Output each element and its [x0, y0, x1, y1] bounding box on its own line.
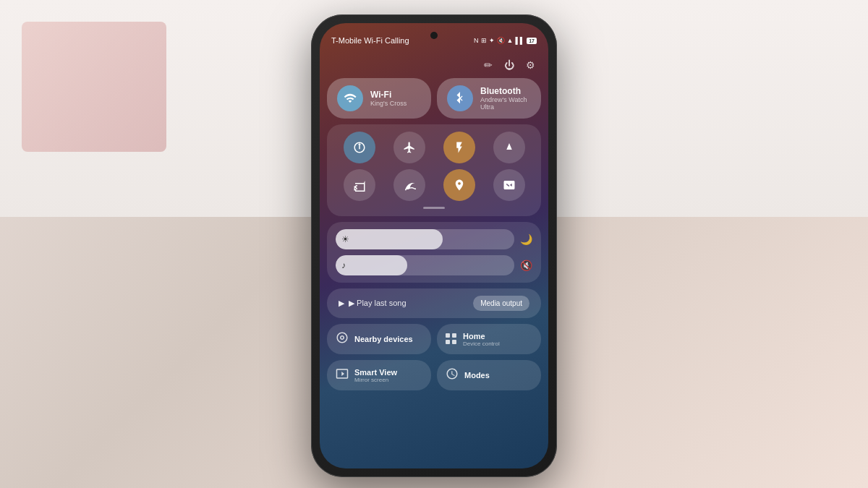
music-icon: ♪	[341, 260, 346, 270]
wifi-icon-circle	[337, 85, 363, 111]
quick-row-2	[334, 169, 534, 201]
play-last-song[interactable]: ▶ ▶ Play last song	[339, 299, 407, 308]
home-title: Home	[463, 332, 500, 341]
smart-view-title: Smart View	[354, 368, 397, 377]
modes-tile[interactable]: Modes	[437, 360, 541, 390]
modes-icon	[446, 367, 459, 383]
play-label: ▶ Play last song	[349, 299, 407, 308]
mute-vol-icon[interactable]: 🔇	[520, 260, 532, 271]
pink-box-prop	[22, 22, 166, 152]
drag-handle	[423, 207, 445, 209]
sun-icon: ☀	[341, 234, 349, 244]
bt-title: Bluetooth	[480, 86, 531, 96]
rotation-tile[interactable]	[344, 132, 375, 163]
cast-icon: ⊞	[481, 37, 487, 44]
top-actions-bar: ✏ ⏻ ⚙	[327, 59, 541, 71]
sliders-group: ☀ 🌙 ♪ 🔇	[327, 222, 541, 283]
edit-icon[interactable]: ✏	[484, 59, 493, 71]
bt-icon: ✦	[489, 37, 495, 44]
volume-fill: ♪	[336, 255, 407, 275]
modes-title: Modes	[464, 371, 490, 380]
dot3	[446, 340, 450, 344]
camera-notch	[430, 32, 438, 39]
location-tile[interactable]	[443, 169, 475, 201]
volume-slider[interactable]: ♪	[336, 255, 514, 275]
brightness-slider[interactable]: ☀	[336, 229, 514, 249]
wifi-icon: ▲	[507, 37, 514, 44]
home-tile[interactable]: Home Device control	[437, 324, 541, 354]
cast-tile[interactable]	[344, 169, 375, 201]
bt-icon-circle	[447, 85, 473, 111]
phone-screen: T-Mobile Wi-Fi Calling N ⊞ ✦ 🔇 ▲ ▌▌ 17 ✏…	[320, 23, 548, 468]
carrier-text: T-Mobile Wi-Fi Calling	[331, 36, 409, 45]
moon-icon[interactable]: 🌙	[520, 234, 532, 245]
bottom-row-2: Smart View Mirror screen Modes	[327, 360, 541, 390]
media-output-button[interactable]: Media output	[473, 296, 529, 311]
settings-icon[interactable]: ⚙	[526, 59, 535, 71]
home-subtitle: Device control	[463, 341, 500, 347]
scene: T-Mobile Wi-Fi Calling N ⊞ ✦ 🔇 ▲ ▌▌ 17 ✏…	[0, 0, 868, 488]
brightness-row: ☀ 🌙	[336, 229, 532, 249]
bluetooth-tile[interactable]: Bluetooth Andrew's Watch Ultra	[437, 78, 541, 119]
mute-icon: 🔇	[497, 37, 505, 44]
flashlight-tile[interactable]	[443, 132, 475, 163]
smart-view-tile[interactable]: Smart View Mirror screen	[327, 360, 431, 390]
bt-subtitle: Andrew's Watch Ultra	[480, 96, 531, 111]
modes-text: Modes	[464, 371, 490, 380]
power-icon[interactable]: ⏻	[504, 59, 514, 71]
nearby-title: Nearby devices	[354, 335, 413, 343]
phone-device: T-Mobile Wi-Fi Calling N ⊞ ✦ 🔇 ▲ ▌▌ 17 ✏…	[311, 14, 557, 477]
volume-row: ♪ 🔇	[336, 255, 532, 275]
bottom-row-1: Nearby devices	[327, 324, 541, 354]
wifi-text: Wi-Fi King's Cross	[370, 90, 407, 107]
wifi-title: Wi-Fi	[370, 90, 407, 100]
home-icon	[446, 333, 457, 345]
home-text: Home Device control	[463, 332, 500, 347]
airplane-tile[interactable]	[393, 132, 425, 163]
screen-record-tile[interactable]	[493, 169, 525, 201]
data-saver-tile[interactable]	[493, 132, 525, 163]
media-row: ▶ ▶ Play last song Media output	[327, 288, 541, 318]
nearby-devices-tile[interactable]: Nearby devices	[327, 324, 431, 354]
play-icon: ▶	[339, 299, 344, 308]
bt-text: Bluetooth Andrew's Watch Ultra	[480, 86, 531, 111]
control-panel: ✏ ⏻ ⚙ Wi-Fi King's Cross	[327, 59, 541, 461]
home-grid	[446, 333, 457, 345]
nearby-icon	[336, 331, 349, 347]
nfc-icon: N	[474, 37, 479, 44]
brightness-fill: ☀	[336, 229, 443, 249]
dot4	[452, 340, 456, 344]
dot2	[452, 333, 456, 338]
signal-icon: ▌▌	[515, 37, 524, 44]
nearby-text: Nearby devices	[354, 335, 413, 343]
power-saving-tile[interactable]	[393, 169, 425, 201]
main-tiles-row: Wi-Fi King's Cross Bluetooth Andrew's	[327, 78, 541, 119]
dot1	[446, 333, 450, 338]
wifi-tile[interactable]: Wi-Fi King's Cross	[327, 78, 431, 119]
status-icons: N ⊞ ✦ 🔇 ▲ ▌▌ 17	[474, 37, 537, 44]
smart-view-text: Smart View Mirror screen	[354, 368, 397, 383]
wifi-subtitle: King's Cross	[370, 100, 407, 107]
quick-toggles	[327, 124, 541, 216]
quick-row-1	[334, 132, 534, 163]
battery-badge: 17	[527, 38, 537, 44]
smart-view-subtitle: Mirror screen	[354, 377, 397, 383]
smart-view-icon	[336, 367, 349, 383]
